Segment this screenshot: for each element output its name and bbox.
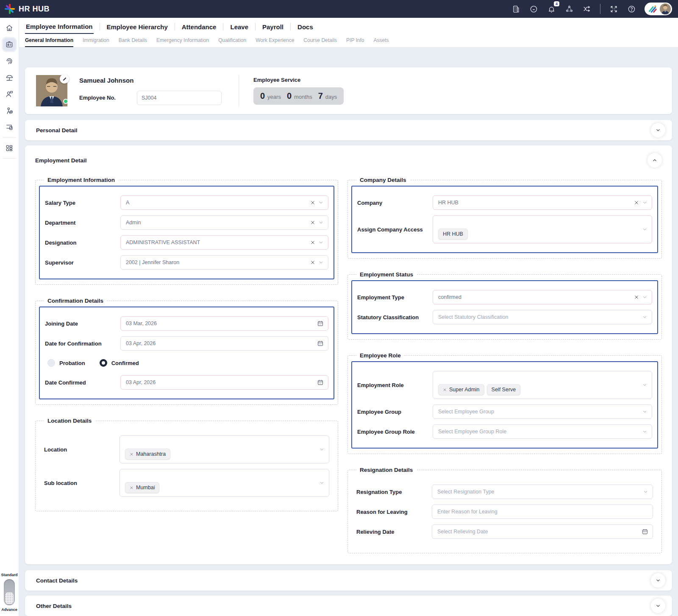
employee-group-role-select[interactable]: Select Employee Group Role [433, 424, 652, 439]
devices-icon[interactable] [3, 121, 16, 134]
account-pill[interactable] [645, 3, 672, 15]
date-for-confirmation-input[interactable]: 03 Apr, 2026 [120, 336, 328, 351]
location-multiselect[interactable]: Maharashtra [119, 435, 329, 463]
employee-group-select[interactable]: Select Employee Group [433, 404, 652, 419]
tab-employee-hierarchy[interactable]: Employee Hierarchy [106, 22, 169, 33]
subtab-qualification[interactable]: Qualification [218, 37, 246, 47]
statutory-classification-select[interactable]: Select Statutory Classification [433, 310, 652, 324]
chip-remove-icon[interactable] [130, 486, 133, 490]
reason-for-leaving-input[interactable]: Enter Reason for Leaving [432, 505, 653, 519]
contact-details-accordion[interactable]: Contact Details [25, 570, 672, 591]
clear-icon[interactable] [310, 220, 315, 225]
person-add-icon[interactable] [3, 104, 16, 117]
chevron-down-icon[interactable] [642, 315, 647, 320]
chevron-down-icon[interactable] [642, 409, 647, 415]
service-days: 7 [318, 91, 323, 101]
personal-detail-accordion[interactable]: Personal Detail [25, 120, 672, 140]
subtab-emergency-information[interactable]: Emergency Information [156, 37, 209, 47]
standard-advance-toggle[interactable] [4, 579, 15, 605]
subtab-work-experience[interactable]: Work Experience [256, 37, 294, 47]
online-status-dot [63, 99, 68, 104]
employment-role-multiselect[interactable]: Super Admin Self Serve [433, 371, 652, 399]
clear-icon[interactable] [634, 295, 639, 300]
edit-photo-button[interactable] [60, 74, 69, 84]
confirmed-radio[interactable]: Confirmed [100, 359, 139, 367]
designation-select[interactable]: ADMINISTRATIVE ASSISTANT [120, 235, 328, 250]
fingerprint-icon[interactable] [3, 55, 16, 67]
chevron-down-icon[interactable] [319, 480, 325, 486]
salary-type-select[interactable]: A [120, 195, 328, 210]
subtab-course-details[interactable]: Course Details [303, 37, 337, 47]
bell-icon[interactable]: 4 [547, 4, 556, 14]
chevron-down-icon[interactable] [319, 447, 325, 452]
help-icon[interactable] [627, 4, 636, 14]
relieving-date-input[interactable]: Select Relieving Date [432, 524, 653, 539]
chevron-down-icon[interactable] [318, 240, 324, 245]
service-years: 0 [260, 91, 265, 101]
chevron-down-icon[interactable] [642, 295, 647, 300]
tab-leave[interactable]: Leave [229, 22, 249, 33]
id-card-icon[interactable] [3, 38, 16, 51]
chevron-down-icon[interactable] [318, 260, 324, 265]
tab-attendance[interactable]: Attendance [181, 22, 217, 33]
joining-date-input[interactable]: 03 Mar, 2026 [120, 316, 328, 331]
chevron-down-icon[interactable] [642, 227, 647, 232]
subtab-assets[interactable]: Assets [374, 37, 389, 47]
subtab-bank-details[interactable]: Bank Details [119, 37, 147, 47]
service-months: 0 [287, 91, 292, 101]
date-confirmed-input[interactable]: 03 Apr, 2026 [120, 375, 328, 390]
chevron-down-icon[interactable] [651, 599, 665, 613]
apps-grid-icon[interactable] [3, 142, 16, 154]
leave-umbrella-icon[interactable] [3, 71, 16, 84]
company-select[interactable]: HR HUB [433, 195, 652, 210]
probation-radio[interactable]: Probation [47, 359, 85, 367]
clear-icon[interactable] [310, 240, 315, 245]
supervisor-select[interactable]: 2002 | Jennifer Sharon [120, 255, 328, 270]
clear-icon[interactable] [310, 200, 315, 205]
calendar-icon[interactable] [317, 340, 324, 347]
chevron-down-icon[interactable] [643, 489, 648, 495]
chevron-up-icon[interactable] [647, 153, 662, 167]
share-network-icon[interactable] [564, 4, 574, 14]
resignation-type-placeholder: Select Resignation Type [437, 489, 495, 495]
company-access-chip-label: HR HUB [443, 231, 463, 237]
other-details-accordion[interactable]: Other Details [25, 596, 672, 616]
expand-icon[interactable] [609, 4, 618, 14]
tab-payroll[interactable]: Payroll [261, 22, 284, 33]
org-building-icon[interactable] [511, 4, 520, 14]
calendar-icon[interactable] [317, 379, 324, 386]
chevron-down-icon[interactable] [318, 220, 324, 226]
support-face-icon[interactable] [529, 4, 538, 14]
subtab-general-information[interactable]: General Information [25, 37, 73, 47]
chevron-down-icon[interactable] [318, 200, 324, 206]
subtab-immigration[interactable]: Immigration [83, 37, 109, 47]
clear-icon[interactable] [310, 260, 315, 265]
department-label: Department [45, 220, 120, 226]
chevron-down-icon[interactable] [642, 382, 647, 388]
chip-remove-icon[interactable] [443, 388, 447, 392]
topbar-divider [600, 4, 600, 14]
subtab-pip-info[interactable]: PIP Info [346, 37, 364, 47]
resignation-type-select[interactable]: Select Resignation Type [432, 485, 653, 499]
assign-company-access-multiselect[interactable]: HR HUB [433, 215, 652, 243]
clear-icon[interactable] [634, 200, 639, 205]
chevron-down-icon[interactable] [651, 123, 665, 137]
resignation-details-legend: Resignation Details [356, 467, 416, 473]
chevron-down-icon[interactable] [651, 573, 665, 588]
chevron-down-icon[interactable] [642, 200, 647, 206]
employment-type-select[interactable]: confirmed [433, 290, 652, 304]
tab-docs[interactable]: Docs [297, 22, 314, 33]
chevron-down-icon[interactable] [642, 429, 647, 435]
employee-group-role-label: Employee Group Role [357, 429, 433, 435]
person-chat-icon[interactable] [3, 88, 16, 100]
home-icon[interactable] [3, 22, 16, 34]
department-select[interactable]: Admin [120, 215, 328, 230]
location-chip-label: Maharashtra [136, 451, 166, 457]
tab-employee-information[interactable]: Employee Information [25, 22, 94, 34]
sub-location-multiselect[interactable]: Mumbai [119, 469, 329, 497]
shuffle-icon[interactable] [582, 4, 592, 14]
employee-no-input[interactable] [137, 91, 222, 105]
calendar-icon[interactable] [317, 320, 324, 327]
chip-remove-icon[interactable] [130, 452, 133, 456]
calendar-icon[interactable] [642, 528, 648, 535]
